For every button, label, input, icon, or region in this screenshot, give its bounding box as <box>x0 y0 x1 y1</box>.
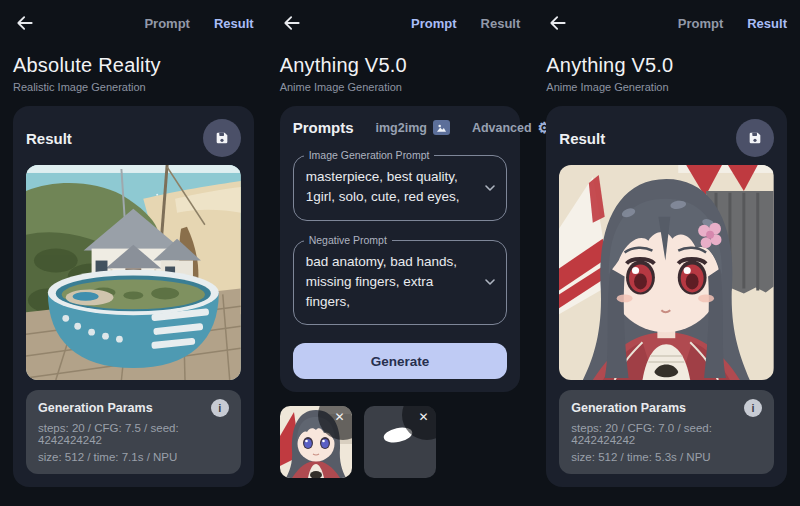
screen-absolute-reality-result: Prompt Result Absolute Reality Realistic… <box>0 0 267 506</box>
save-button[interactable] <box>736 119 774 157</box>
generate-button[interactable]: Generate <box>293 343 508 379</box>
params-line-1: steps: 20 / CFG: 7.0 / seed: 4242424242 <box>571 422 762 446</box>
page-subtitle: Anime Image Generation <box>280 81 521 93</box>
back-button[interactable] <box>546 11 570 35</box>
result-card: Result <box>546 106 787 487</box>
params-line-2: size: 512 / time: 7.1s / NPU <box>38 451 229 463</box>
top-bar: Prompt Result <box>546 10 787 36</box>
floppy-disk-icon <box>747 130 763 146</box>
inpaint-mask-thumbnail[interactable]: ✕ <box>364 406 436 478</box>
generation-params-box: Generation Params i steps: 20 / CFG: 7.0… <box>559 390 774 474</box>
top-bar: Prompt Result <box>280 10 521 36</box>
arrow-left-icon <box>282 13 302 33</box>
generation-params-box: Generation Params i steps: 20 / CFG: 7.5… <box>26 390 241 474</box>
img2img-source-thumbnail[interactable]: ✕ <box>280 406 352 478</box>
img2img-toggle[interactable]: img2img <box>376 120 450 135</box>
img2img-label: img2img <box>376 121 427 135</box>
arrow-left-icon <box>548 13 568 33</box>
attachment-thumbnails: ✕ ✕ <box>280 406 521 478</box>
page-subtitle: Anime Image Generation <box>546 81 787 93</box>
arrow-left-icon <box>15 13 35 33</box>
page-title: Anything V5.0 <box>546 54 787 77</box>
result-card-header: Result <box>26 119 241 157</box>
prompt-card: Prompts img2img Advanced ⚙ Image Generat… <box>280 106 521 392</box>
page-subtitle: Realistic Image Generation <box>13 81 254 93</box>
params-line-1: steps: 20 / CFG: 7.5 / seed: 4242424242 <box>38 422 229 446</box>
field-label: Negative Prompt <box>304 234 392 246</box>
result-card-title: Result <box>559 130 605 147</box>
image-icon <box>433 120 450 135</box>
negative-prompt-field[interactable]: Negative Prompt bad anatomy, bad hands, … <box>293 240 508 326</box>
page-title: Absolute Reality <box>13 54 254 77</box>
result-card-title: Result <box>26 130 72 147</box>
close-icon[interactable]: ✕ <box>419 409 429 426</box>
prompts-title: Prompts <box>293 119 354 136</box>
tab-prompt[interactable]: Prompt <box>678 16 724 31</box>
prompt-card-header: Prompts img2img Advanced ⚙ <box>293 119 508 136</box>
result-card-header: Result <box>559 119 774 157</box>
expand-negative-prompt-button[interactable] <box>482 274 498 290</box>
generation-params-title: Generation Params <box>571 401 686 415</box>
chevron-down-icon <box>482 180 498 196</box>
image-generation-prompt-field[interactable]: Image Generation Prompt masterpiece, bes… <box>293 155 508 221</box>
beach-house-illustration <box>26 165 241 380</box>
save-button[interactable] <box>203 119 241 157</box>
tab-result[interactable]: Result <box>747 16 787 31</box>
params-line-2: size: 512 / time: 5.3s / NPU <box>571 451 762 463</box>
floppy-disk-icon <box>214 130 230 146</box>
screen-anything-v5-result: Prompt Result Anything V5.0 Anime Image … <box>533 0 800 506</box>
back-button[interactable] <box>13 11 37 35</box>
anime-girl-illustration <box>559 165 774 380</box>
tab-prompt[interactable]: Prompt <box>144 16 190 31</box>
result-card: Result <box>13 106 254 487</box>
field-value[interactable]: bad anatomy, bad hands, missing fingers,… <box>306 252 477 313</box>
chevron-down-icon <box>482 274 498 290</box>
field-value[interactable]: masterpiece, best quality, 1girl, solo, … <box>306 167 477 208</box>
info-icon[interactable]: i <box>744 399 762 417</box>
generation-params-title: Generation Params <box>38 401 153 415</box>
tab-result[interactable]: Result <box>481 16 521 31</box>
expand-prompt-button[interactable] <box>482 180 498 196</box>
close-icon[interactable]: ✕ <box>335 409 345 426</box>
tab-prompt[interactable]: Prompt <box>411 16 457 31</box>
tab-bar: Prompt Result <box>678 16 787 31</box>
generated-image-house-in-bowl <box>26 165 241 380</box>
tab-bar: Prompt Result <box>411 16 520 31</box>
info-icon[interactable]: i <box>211 399 229 417</box>
field-label: Image Generation Prompt <box>304 149 435 161</box>
tab-bar: Prompt Result <box>144 16 253 31</box>
advanced-label: Advanced <box>472 121 532 135</box>
back-button[interactable] <box>280 11 304 35</box>
generated-image-anime-girl <box>559 165 774 380</box>
tab-result[interactable]: Result <box>214 16 254 31</box>
screen-anything-v5-prompt: Prompt Result Anything V5.0 Anime Image … <box>267 0 534 506</box>
top-bar: Prompt Result <box>13 10 254 36</box>
page-title: Anything V5.0 <box>280 54 521 77</box>
